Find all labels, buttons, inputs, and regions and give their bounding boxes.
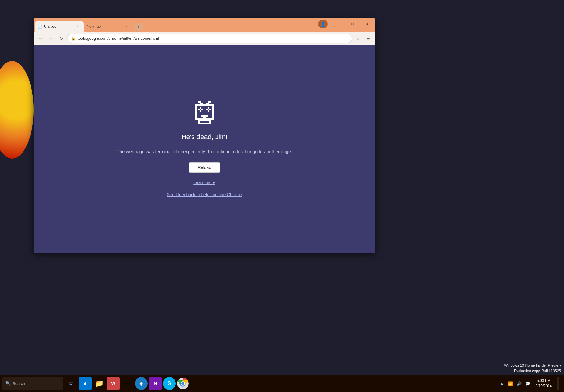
taskbar-mail[interactable]: ✉ (121, 377, 134, 390)
tray-volume[interactable]: 🔊 (516, 380, 522, 387)
error-page: He's dead, Jim! The webpage was terminat… (34, 45, 375, 253)
svg-rect-2 (200, 103, 203, 104)
desktop: 📄 Untitled × New Tab × + 👤 — □ × (0, 0, 564, 392)
tab-untitled[interactable]: 📄 Untitled × (35, 21, 84, 32)
watermark-line2: Evaluation copy. Build 10525 (504, 368, 561, 374)
windows-watermark: Windows 10 Home Insider Preview Evaluati… (504, 363, 561, 374)
system-tray: ▲ 📶 🔊 💬 5:03 PM 8/19/2014 (499, 377, 562, 390)
svg-rect-17 (209, 110, 211, 112)
svg-rect-8 (198, 107, 200, 109)
svg-rect-18 (201, 115, 208, 117)
svg-rect-19 (203, 117, 206, 118)
window-controls: 👤 — □ × (318, 18, 374, 32)
menu-button[interactable]: ≡ (364, 34, 373, 43)
svg-rect-9 (201, 107, 203, 109)
svg-rect-13 (208, 109, 209, 110)
svg-point-25 (181, 382, 184, 385)
tray-network[interactable]: 📶 (508, 380, 514, 387)
show-desktop-button[interactable] (557, 377, 559, 390)
svg-rect-3 (206, 103, 209, 104)
profile-button[interactable]: 👤 (318, 20, 328, 28)
taskbar-office[interactable]: W (107, 377, 120, 390)
reload-nav-button[interactable]: ↻ (57, 34, 66, 43)
navbar: ← → ↻ 🔒 tools.google.com/chrome/intl/en/… (34, 32, 375, 45)
tray-action-center[interactable]: 💬 (525, 380, 531, 387)
taskbar-chrome[interactable] (177, 378, 189, 389)
bookmark-button[interactable]: ☆ (353, 34, 363, 43)
svg-rect-21 (200, 121, 209, 123)
taskbar-taskview[interactable]: ⧉ (65, 377, 78, 390)
tray-chevron[interactable]: ▲ (499, 380, 505, 387)
close-button[interactable]: × (360, 20, 374, 29)
watermark-line1: Windows 10 Home Insider Preview (504, 363, 561, 368)
tabs-area: 📄 Untitled × New Tab × + (35, 18, 318, 32)
tab-newtab[interactable]: New Tab × (84, 21, 132, 32)
address-bar[interactable]: 🔒 tools.google.com/chrome/intl/en/welcom… (67, 34, 352, 43)
new-tab-button[interactable]: + (134, 23, 143, 31)
svg-rect-10 (198, 110, 200, 112)
back-button[interactable]: ← (36, 34, 45, 43)
error-robot-image (192, 101, 217, 126)
clock-date: 8/19/2014 (536, 383, 552, 389)
tab-newtab-close[interactable]: × (124, 24, 129, 29)
taskbar-onenote[interactable]: N (149, 377, 162, 390)
browser-window: 📄 Untitled × New Tab × + 👤 — □ × (34, 18, 375, 253)
address-icon: 🔒 (71, 36, 76, 41)
tab-untitled-icon: 📄 (38, 25, 42, 29)
search-label: Search (13, 381, 25, 386)
svg-rect-15 (209, 107, 211, 109)
svg-rect-5 (208, 101, 211, 103)
error-description: The webpage was terminated unexpectedly.… (117, 148, 292, 155)
error-title: He's dead, Jim! (182, 133, 228, 141)
learn-more-link[interactable]: Learn more (193, 180, 215, 185)
taskbar-search[interactable]: 🔍 Search (2, 377, 63, 390)
tab-newtab-title: New Tab (87, 24, 122, 29)
maximize-button[interactable]: □ (345, 20, 360, 29)
taskbar: 🔍 Search ⧉ e 📁 W ✉ ◉ N S (0, 375, 564, 392)
svg-rect-4 (198, 101, 201, 103)
feedback-link[interactable]: Send feedback to help improve Chrome (167, 192, 242, 197)
address-text: tools.google.com/chrome/intl/en/welcome.… (78, 36, 348, 41)
reload-button[interactable]: Reload (189, 162, 220, 173)
clock-time: 5:03 PM (537, 378, 551, 383)
taskbar-explorer[interactable]: 📁 (93, 377, 106, 390)
titlebar: 📄 Untitled × New Tab × + 👤 — □ × (34, 18, 375, 32)
taskbar-cortana[interactable]: ◉ (135, 377, 148, 390)
search-icon: 🔍 (5, 381, 11, 386)
tab-untitled-title: Untitled (44, 24, 73, 29)
svg-rect-14 (206, 107, 208, 109)
taskbar-edge[interactable]: e (79, 377, 92, 390)
clock[interactable]: 5:03 PM 8/19/2014 (533, 378, 554, 389)
minimize-button[interactable]: — (331, 20, 345, 29)
svg-rect-7 (200, 109, 201, 110)
svg-rect-11 (201, 110, 203, 112)
deco-circle (0, 61, 34, 159)
svg-rect-16 (206, 110, 208, 112)
tab-untitled-close[interactable]: × (75, 24, 81, 29)
taskbar-skype[interactable]: S (163, 377, 176, 390)
forward-button[interactable]: → (46, 34, 56, 43)
